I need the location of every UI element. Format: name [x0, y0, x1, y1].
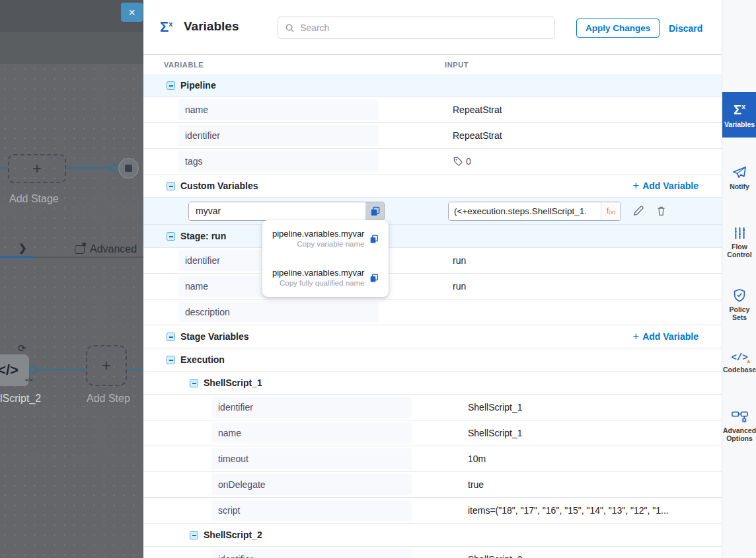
- variable-name-chip: description: [178, 301, 379, 323]
- advanced-tab-label: Advanced: [90, 243, 137, 255]
- plus-icon: +: [32, 159, 42, 178]
- drawer-header: Σx Variables Apply Changes Discard: [143, 0, 722, 55]
- close-icon: ✕: [128, 7, 136, 18]
- variable-value: ShellScript_1: [468, 402, 523, 413]
- add-stage-node[interactable]: +: [8, 154, 66, 183]
- delete-variable-button[interactable]: [656, 205, 667, 217]
- edit-variable-button[interactable]: [632, 205, 644, 217]
- table-header: VARIABLE INPUT: [143, 55, 722, 74]
- variable-name-chip: identifier: [178, 125, 379, 146]
- section-label: Execution: [180, 354, 225, 365]
- nav-label: Flow Control: [722, 243, 756, 259]
- variables-sigma-icon: Σx: [160, 19, 172, 36]
- table-row: name run: [143, 274, 722, 299]
- collapse-icon[interactable]: [167, 81, 175, 90]
- variable-name-chip: name: [178, 99, 379, 120]
- variable-value: true: [468, 479, 484, 490]
- variable-value: RepeatStrat: [453, 104, 502, 115]
- variable-value: run: [453, 281, 466, 292]
- nav-item-variables[interactable]: Σx Variables: [722, 92, 756, 138]
- variable-value: ShellScript_2: [468, 554, 523, 558]
- tab-advanced[interactable]: Advanced: [75, 243, 137, 255]
- paper-plane-icon: [732, 165, 747, 180]
- sliders-icon: [733, 226, 747, 240]
- section-row-pipeline[interactable]: Pipeline: [143, 74, 722, 97]
- section-label: Stage: run: [180, 231, 226, 241]
- collapse-icon[interactable]: [167, 182, 175, 190]
- section-row-stage-variables[interactable]: Stage Variables + Add Variable: [143, 325, 722, 348]
- collapse-icon[interactable]: [167, 356, 175, 364]
- variables-drawer: Σx Variables Apply Changes Discard VARIA…: [143, 0, 722, 558]
- nav-item-advanced-options[interactable]: Advanced Options: [722, 410, 756, 442]
- active-tab-underline: [0, 256, 33, 258]
- section-label: Stage Variables: [180, 331, 249, 342]
- nav-item-codebase[interactable]: </>▲ Codebase: [722, 352, 756, 374]
- variable-name-input[interactable]: [189, 202, 365, 220]
- column-header-input: INPUT: [444, 61, 469, 69]
- add-step-node[interactable]: +: [86, 345, 127, 386]
- nav-label: Advanced Options: [722, 426, 756, 442]
- chevron-right-icon[interactable]: ❯: [19, 242, 27, 254]
- search-input[interactable]: [300, 22, 548, 33]
- variable-name-chip: identifier: [211, 549, 412, 558]
- variable-value: ShellScript_1: [468, 428, 523, 438]
- copy-variable-name-option[interactable]: pipeline.variables.myvar Copy variable n…: [272, 229, 379, 249]
- table-row: tags 0: [143, 149, 722, 175]
- table-row: identifier run: [143, 248, 722, 274]
- copy-icon[interactable]: [369, 233, 379, 245]
- nav-label: Notify: [730, 182, 749, 190]
- collapse-icon[interactable]: [167, 333, 175, 341]
- tags-count: 0: [466, 156, 471, 167]
- edge-line: [66, 167, 112, 169]
- table-row: description: [143, 299, 722, 325]
- code-icon: </>: [0, 362, 19, 379]
- table-row: timeout 10m: [143, 446, 722, 472]
- expression-fx-badge[interactable]: f₍ₓ₎: [601, 202, 621, 220]
- variable-value-input[interactable]: [449, 202, 601, 220]
- add-variable-button[interactable]: + Add Variable: [632, 330, 699, 343]
- table-row: name RepeatStrat: [143, 97, 722, 123]
- close-drawer-button[interactable]: ✕: [121, 3, 143, 22]
- edge-line: [37, 369, 86, 370]
- search-box[interactable]: [278, 17, 555, 39]
- section-row-shellscript-1[interactable]: ShellScript_1: [143, 372, 722, 395]
- column-header-variable: VARIABLE: [143, 61, 444, 69]
- plus-icon: +: [632, 330, 639, 343]
- section-row-stage-run[interactable]: Stage: run: [143, 225, 722, 248]
- copy-fully-qualified-name-option[interactable]: pipeline.variables.myvar Copy fully qual…: [272, 268, 379, 288]
- custom-variable-row-myvar: f₍ₓ₎: [143, 198, 722, 225]
- section-row-shellscript-2[interactable]: ShellScript_2: [143, 524, 722, 547]
- discard-button[interactable]: Discard: [669, 23, 702, 34]
- nav-item-policy-sets[interactable]: Policy Sets: [722, 288, 756, 321]
- shield-check-icon: [732, 288, 747, 303]
- copy-variable-popup: pipeline.variables.myvar Copy variable n…: [262, 220, 389, 297]
- variable-value: run: [453, 255, 466, 266]
- warning-icon: ▲: [745, 358, 752, 364]
- variable-name-chip: script: [211, 500, 412, 521]
- right-nav-sidebar: Σx Variables Notify Flow Control Policy …: [722, 0, 756, 558]
- collapse-icon[interactable]: [190, 379, 198, 387]
- collapse-icon[interactable]: [190, 531, 198, 539]
- copy-icon[interactable]: [369, 272, 379, 284]
- nav-item-flow-control[interactable]: Flow Control: [722, 226, 756, 259]
- pipeline-end-node[interactable]: [118, 158, 139, 179]
- section-label: Custom Variables: [180, 180, 258, 191]
- tag-icon: [453, 156, 463, 167]
- add-variable-button[interactable]: + Add Variable: [632, 179, 699, 192]
- variable-path: pipeline.variables.myvar: [272, 229, 364, 239]
- plus-icon: +: [632, 179, 639, 192]
- copy-icon: [370, 206, 380, 216]
- table-row: identifier ShellScript_1: [143, 395, 722, 420]
- copy-button[interactable]: [365, 202, 384, 220]
- plus-icon: +: [102, 356, 111, 375]
- nav-item-notify[interactable]: Notify: [722, 165, 756, 190]
- loop-strategy-icon: ⟳: [18, 342, 26, 354]
- table-row: identifier RepeatStrat: [143, 123, 722, 149]
- section-row-custom-variables[interactable]: Custom Variables + Add Variable: [143, 175, 722, 198]
- collapse-icon[interactable]: [167, 232, 175, 241]
- trash-icon: [656, 205, 667, 217]
- node-port-icon: [110, 164, 118, 172]
- codebase-icon: </>▲: [731, 352, 747, 363]
- section-row-execution[interactable]: Execution: [143, 348, 722, 372]
- apply-changes-button[interactable]: Apply Changes: [576, 19, 660, 38]
